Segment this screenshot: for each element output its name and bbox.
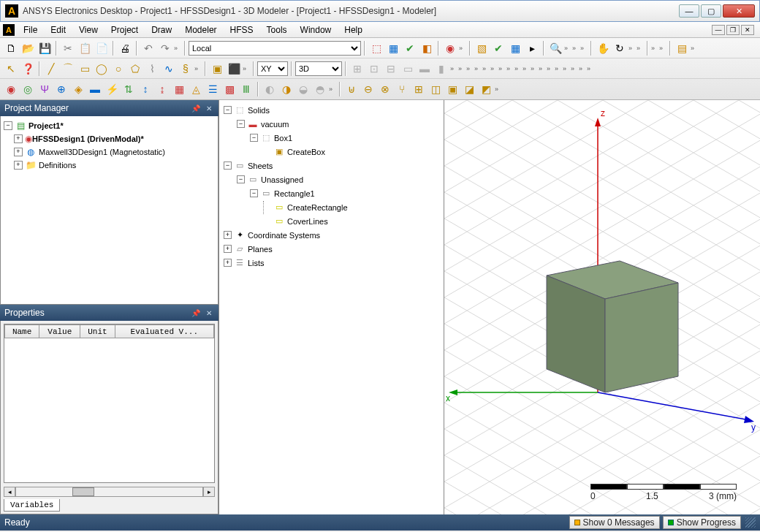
expander-icon[interactable]: + bbox=[14, 161, 23, 170]
toolbar-overflow-30[interactable]: » bbox=[587, 65, 594, 72]
toolbar-overflow-27[interactable]: » bbox=[563, 65, 570, 72]
mesh3-icon[interactable]: ☰ bbox=[205, 81, 221, 97]
tree-project-root[interactable]: − ▤ Project1* bbox=[4, 119, 215, 132]
mdi-restore[interactable]: ❐ bbox=[726, 25, 740, 35]
toolbar-overflow-29[interactable]: » bbox=[579, 65, 586, 72]
scroll-left-icon[interactable]: ◂ bbox=[4, 487, 15, 497]
toolbar-overflow-4[interactable]: » bbox=[572, 45, 580, 52]
mesh4-icon[interactable]: ▩ bbox=[221, 81, 238, 97]
toolbar-overflow-2[interactable]: » bbox=[459, 45, 466, 52]
close-button[interactable]: ✕ bbox=[723, 4, 755, 18]
draw-circle-icon[interactable]: ○ bbox=[110, 61, 126, 77]
bool-thicken-icon[interactable]: ▣ bbox=[444, 81, 460, 97]
excite2-icon[interactable]: ⇅ bbox=[121, 81, 137, 97]
pan-icon[interactable]: ✋ bbox=[595, 40, 611, 56]
toolbar-overflow-22[interactable]: » bbox=[522, 65, 530, 72]
menu-hfss[interactable]: HFSS bbox=[224, 23, 259, 37]
snap5-icon[interactable]: ▬ bbox=[417, 61, 433, 77]
bool-wrap-icon[interactable]: ◫ bbox=[428, 81, 444, 97]
menu-tools[interactable]: Tools bbox=[261, 23, 293, 37]
new-icon[interactable]: 🗋 bbox=[3, 40, 19, 56]
tree-hfss-design[interactable]: + ◉ HFSSDesign1 (DrivenModal)* bbox=[4, 132, 215, 145]
plane-combo[interactable]: XY bbox=[257, 61, 288, 76]
boundary3-icon[interactable]: ⊕ bbox=[53, 81, 69, 97]
mdi-close[interactable]: ✕ bbox=[741, 25, 754, 35]
bool-sweep-icon[interactable]: ◪ bbox=[461, 81, 477, 97]
menu-project[interactable]: Project bbox=[105, 23, 144, 37]
toolbar-overflow-10[interactable]: » bbox=[691, 45, 698, 52]
bool-imprint-icon[interactable]: ⊞ bbox=[411, 81, 427, 97]
mt-vacuum[interactable]: −▬vacuum bbox=[222, 117, 441, 131]
validation-icon[interactable]: ⬚ bbox=[368, 40, 384, 56]
port-icon[interactable]: ◉ bbox=[3, 81, 19, 97]
draw-helix-icon[interactable]: § bbox=[178, 61, 194, 77]
toolbar-overflow-17[interactable]: » bbox=[482, 65, 490, 72]
expander-icon[interactable]: − bbox=[250, 134, 258, 142]
boundary5-icon[interactable]: ▬ bbox=[87, 81, 103, 97]
mesh1-icon[interactable]: ▦ bbox=[171, 81, 187, 97]
boundary4-icon[interactable]: ◈ bbox=[70, 81, 86, 97]
mt-coordsys[interactable]: +✦Coordinate Systems bbox=[222, 228, 441, 242]
toolbar-overflow-3[interactable]: » bbox=[564, 45, 571, 52]
result3-icon[interactable]: ◒ bbox=[295, 81, 311, 97]
box-icon[interactable]: ▣ bbox=[209, 61, 225, 77]
toolbar-overflow-24[interactable]: » bbox=[539, 65, 546, 72]
toolbar-overflow-21[interactable]: » bbox=[514, 65, 522, 72]
toolbar-overflow-23[interactable]: » bbox=[531, 65, 538, 72]
print-icon[interactable]: 🖨 bbox=[117, 40, 133, 56]
bool-offset-icon[interactable]: ◩ bbox=[478, 81, 494, 97]
view-combo[interactable]: 3D bbox=[295, 61, 342, 76]
bool-split-icon[interactable]: ⑂ bbox=[394, 81, 410, 97]
mt-solids[interactable]: −⬚Solids bbox=[222, 103, 441, 117]
expander-icon[interactable]: − bbox=[224, 162, 232, 170]
scope-combo[interactable]: Local bbox=[189, 41, 361, 56]
expander-icon[interactable]: + bbox=[224, 231, 232, 239]
scroll-thumb[interactable] bbox=[72, 487, 94, 496]
result1-icon[interactable]: ◐ bbox=[262, 81, 278, 97]
3d-viewport[interactable]: z x y 0 1.5 3 (mm) bbox=[444, 100, 760, 514]
menu-modeler[interactable]: Modeler bbox=[179, 23, 222, 37]
menu-file[interactable]: File bbox=[18, 23, 43, 37]
menu-edit[interactable]: Edit bbox=[45, 23, 72, 37]
menu-view[interactable]: View bbox=[73, 23, 104, 37]
col-evaluated[interactable]: Evaluated V... bbox=[115, 325, 213, 338]
mesh5-icon[interactable]: Ⅲ bbox=[238, 81, 254, 97]
show-progress-button[interactable]: Show Progress bbox=[663, 516, 741, 529]
toolbar-overflow-12[interactable]: » bbox=[243, 65, 250, 72]
expander-icon[interactable]: − bbox=[237, 120, 245, 128]
help-arrow-icon[interactable]: ↖ bbox=[3, 61, 19, 77]
toolbar-overflow-1[interactable]: » bbox=[174, 45, 181, 52]
cylinder-icon[interactable]: ⬛ bbox=[226, 61, 242, 77]
resize-grip[interactable] bbox=[745, 517, 756, 528]
minimize-button[interactable]: — bbox=[679, 4, 699, 18]
boundary1-icon[interactable]: ◎ bbox=[20, 81, 36, 97]
rotate-icon[interactable]: ↻ bbox=[612, 40, 628, 56]
scroll-right-icon[interactable]: ▸ bbox=[203, 487, 215, 497]
solve-icon[interactable]: ✔ bbox=[402, 40, 418, 56]
toolbar-overflow-25[interactable]: » bbox=[547, 65, 554, 72]
toolbar-overflow-19[interactable]: » bbox=[498, 65, 506, 72]
excite3-icon[interactable]: ↕ bbox=[137, 81, 153, 97]
col-unit[interactable]: Unit bbox=[80, 325, 115, 338]
prop-pin-icon[interactable]: 📌 bbox=[191, 308, 201, 318]
expander-icon[interactable]: − bbox=[4, 121, 12, 130]
bool-intersect-icon[interactable]: ⊗ bbox=[377, 81, 393, 97]
excite1-icon[interactable]: ⚡ bbox=[104, 81, 120, 97]
expander-icon[interactable]: − bbox=[250, 189, 258, 197]
mt-box1[interactable]: −⬚Box1 bbox=[222, 131, 441, 145]
mesh2-icon[interactable]: ◬ bbox=[188, 81, 204, 97]
expander-icon[interactable]: + bbox=[224, 259, 232, 267]
boundary2-icon[interactable]: Ψ bbox=[37, 81, 53, 97]
open-icon[interactable]: 📂 bbox=[20, 40, 36, 56]
snap3-icon[interactable]: ⊟ bbox=[383, 61, 399, 77]
menu-draw[interactable]: Draw bbox=[145, 23, 178, 37]
project-manager-tree[interactable]: − ▤ Project1* + ◉ HFSSDesign1 (DrivenMod… bbox=[0, 116, 218, 305]
expander-icon[interactable]: − bbox=[224, 106, 232, 114]
expander-icon[interactable]: + bbox=[14, 134, 23, 143]
report-icon[interactable]: ▤ bbox=[674, 40, 690, 56]
maximize-button[interactable]: ▢ bbox=[701, 4, 721, 18]
snap4-icon[interactable]: ▭ bbox=[400, 61, 416, 77]
pm-pin-icon[interactable]: 📌 bbox=[191, 103, 201, 113]
show-messages-button[interactable]: Show 0 Messages bbox=[569, 516, 660, 529]
draw-ellipse-icon[interactable]: ◯ bbox=[94, 61, 110, 77]
